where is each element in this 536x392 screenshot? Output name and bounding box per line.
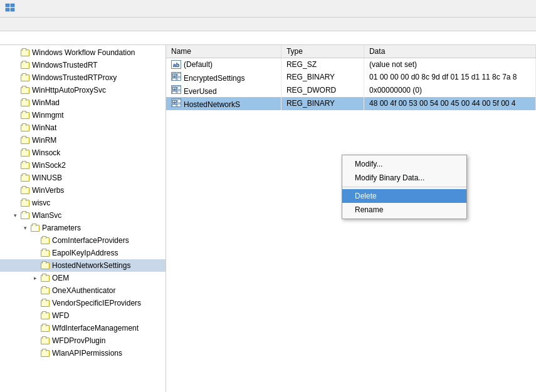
tree-item-winnat[interactable]: WinNat — [0, 121, 166, 134]
tree-item-label: Windows Workflow Foundation — [32, 48, 135, 57]
tree-item-wfd[interactable]: WFD — [0, 309, 166, 322]
tree-item-label: OneXAuthenticator — [52, 286, 115, 295]
tree-expand-icon[interactable] — [30, 348, 40, 358]
cell-type: REG_DWORD — [281, 84, 364, 97]
folder-icon — [20, 161, 30, 170]
tree-item-label: Winsock — [32, 148, 60, 157]
tree-expand-icon[interactable] — [10, 123, 20, 133]
tree-panel[interactable]: Windows Workflow FoundationWindowsTruste… — [0, 45, 166, 392]
tree-item-wlan-api-permissions[interactable]: WlanAPIPermissions — [0, 347, 166, 359]
table-row[interactable]: ab(Default)REG_SZ(value not set) — [166, 58, 536, 71]
svg-rect-11 — [177, 91, 181, 94]
tree-expand-icon[interactable] — [10, 198, 20, 208]
tree-expand-icon[interactable] — [30, 286, 40, 296]
tree-expand-icon[interactable] — [30, 235, 40, 245]
svg-rect-3 — [11, 8, 14, 11]
svg-rect-10 — [172, 91, 176, 94]
tree-expand-icon[interactable] — [10, 135, 20, 145]
folder-icon — [40, 236, 50, 245]
menu-file[interactable] — [3, 23, 13, 26]
tree-item-windows-workflow[interactable]: Windows Workflow Foundation — [0, 46, 166, 59]
tree-item-wlansvc[interactable]: ▾WlanSvc — [0, 209, 166, 222]
tree-item-winverbs[interactable]: WinVerbs — [0, 184, 166, 197]
reg-sz-icon: ab — [171, 60, 181, 69]
tree-expand-icon[interactable] — [10, 148, 20, 158]
tree-item-label: WfdInterfaceManagement — [52, 324, 139, 333]
tree-item-onex-authenticator[interactable]: OneXAuthenticator — [0, 284, 166, 297]
folder-icon — [20, 73, 30, 82]
tree-item-winmgmt[interactable]: Winmgmt — [0, 109, 166, 121]
menu-help[interactable] — [48, 23, 58, 26]
tree-expand-icon[interactable] — [10, 185, 20, 195]
tree-item-winusb[interactable]: WINUSB — [0, 172, 166, 184]
tree-item-label: WinHttpAutoProxySvc — [32, 86, 106, 95]
tree-item-winrm[interactable]: WinRM — [0, 134, 166, 147]
tree-expand-icon[interactable] — [10, 48, 20, 58]
folder-icon — [40, 336, 50, 345]
table-row[interactable]: EncryptedSettingsREG_BINARY01 00 00 00 d… — [166, 71, 536, 84]
menu-view[interactable] — [25, 23, 35, 26]
tree-item-label: HostedNetworkSettings — [52, 261, 130, 270]
tree-expand-icon[interactable] — [30, 248, 40, 258]
tree-item-win-http-auto-proxy[interactable]: WinHttpAutoProxySvc — [0, 84, 166, 96]
folder-icon — [40, 299, 50, 307]
table-row[interactable]: HostedNetworkSREG_BINARY48 00 4f 00 53 0… — [166, 97, 536, 110]
tree-expand-icon[interactable] — [30, 336, 40, 346]
context-menu-item-rename[interactable]: Rename — [342, 203, 466, 217]
tree-item-hosted-network-settings[interactable]: HostedNetworkSettings — [0, 259, 166, 272]
context-menu-item-modify-binary[interactable]: Modify Binary Data... — [342, 171, 466, 185]
tree-expand-icon[interactable] — [10, 85, 20, 95]
tree-expand-icon[interactable] — [30, 298, 40, 308]
folder-icon — [20, 86, 30, 95]
tree-item-winmad[interactable]: WinMad — [0, 96, 166, 109]
tree-expand-icon[interactable]: ▾ — [20, 223, 30, 233]
tree-expand-icon[interactable] — [10, 110, 20, 120]
tree-item-eapol-key-ip[interactable]: EapolKeyIpAddress — [0, 247, 166, 259]
cell-name: ab(Default) — [166, 58, 281, 71]
tree-item-parameters[interactable]: ▾Parameters — [0, 222, 166, 234]
context-menu-item-modify[interactable]: Modify... — [342, 157, 466, 171]
tree-item-windows-trusted-rt[interactable]: WindowsTrustedRT — [0, 59, 166, 71]
context-menu-separator — [342, 187, 466, 187]
tree-item-label: WinSock2 — [32, 161, 66, 170]
folder-icon — [20, 61, 30, 70]
folder-icon — [20, 173, 30, 182]
tree-expand-icon[interactable] — [10, 98, 20, 108]
svg-rect-1 — [11, 4, 14, 7]
tree-expand-icon[interactable] — [10, 160, 20, 170]
tree-expand-icon[interactable] — [10, 173, 20, 183]
tree-item-vendor-specific[interactable]: VendorSpecificIEProviders — [0, 297, 166, 309]
tree-item-label: wisvc — [32, 199, 50, 207]
tree-expand-icon[interactable] — [10, 73, 20, 83]
folder-icon — [20, 136, 30, 145]
tree-item-label: WFDProvPlugin — [52, 336, 105, 345]
menu-favorites[interactable] — [36, 23, 46, 26]
tree-item-winsock2[interactable]: WinSock2 — [0, 159, 166, 172]
menu-edit[interactable] — [14, 23, 24, 26]
folder-icon — [40, 324, 50, 333]
tree-item-oem[interactable]: ▸OEM — [0, 272, 166, 284]
tree-item-windows-trusted-rt-proxy[interactable]: WindowsTrustedRTProxy — [0, 71, 166, 84]
svg-rect-5 — [177, 73, 181, 76]
folder-icon — [20, 148, 30, 157]
tree-item-winsock[interactable]: Winsock — [0, 147, 166, 159]
tree-expand-icon[interactable] — [10, 60, 20, 70]
tree-item-label: ComInterfaceProviders — [52, 236, 129, 245]
svg-rect-12 — [172, 100, 176, 103]
svg-rect-15 — [177, 104, 181, 107]
tree-item-label: Winmgmt — [32, 111, 64, 120]
cell-data: (value not set) — [364, 58, 535, 71]
tree-item-com-interface-providers[interactable]: ComInterfaceProviders — [0, 234, 166, 247]
tree-expand-icon[interactable]: ▸ — [30, 273, 40, 283]
tree-item-wisvc[interactable]: wisvc — [0, 197, 166, 209]
tree-expand-icon[interactable]: ▾ — [10, 210, 20, 220]
tree-expand-icon[interactable] — [30, 323, 40, 333]
table-row[interactable]: EverUsedREG_DWORD0x00000000 (0) — [166, 84, 536, 97]
tree-item-wfd-interface[interactable]: WfdInterfaceManagement — [0, 322, 166, 334]
tree-item-label: WinMad — [32, 98, 60, 107]
registry-icon — [5, 3, 15, 14]
tree-expand-icon[interactable] — [30, 311, 40, 321]
context-menu-item-delete[interactable]: Delete — [342, 189, 466, 203]
tree-expand-icon[interactable] — [30, 260, 40, 271]
tree-item-wfd-prov-plugin[interactable]: WFDProvPlugin — [0, 334, 166, 347]
